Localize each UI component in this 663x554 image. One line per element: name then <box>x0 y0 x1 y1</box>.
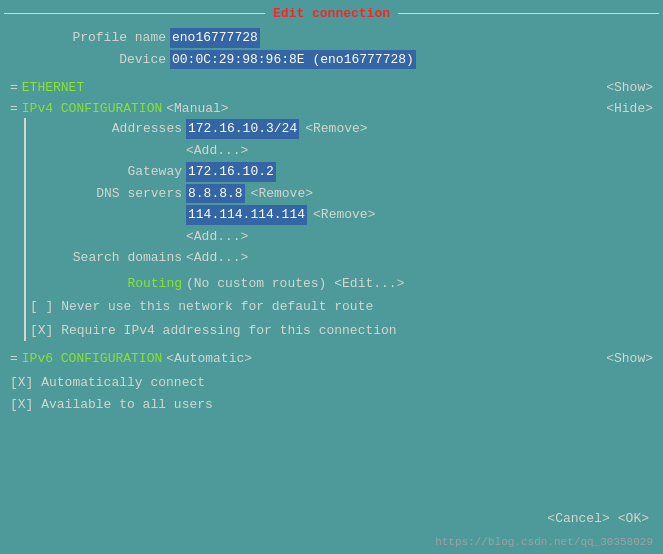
profile-row: Profile name eno16777728 <box>10 27 653 49</box>
window-title: Edit connection <box>269 6 394 21</box>
profile-label: Profile name <box>10 28 170 48</box>
ipv6-marker: = <box>10 351 18 366</box>
profile-value[interactable]: eno16777728 <box>170 28 260 48</box>
auto-connect-row[interactable]: [X] Automatically connect <box>10 372 653 394</box>
addresses-row: Addresses 172.16.10.3/24 <Remove> <box>26 118 653 140</box>
dns1-remove[interactable]: <Remove> <box>251 184 313 204</box>
ipv4-value[interactable]: <Manual> <box>166 101 228 116</box>
device-value[interactable]: 00:0C:29:98:96:8E (eno16777728) <box>170 50 416 70</box>
ipv4-marker: = <box>10 101 18 116</box>
title-line-left <box>4 13 265 14</box>
content-area: Profile name eno16777728 Device 00:0C:29… <box>0 25 663 415</box>
routing-value[interactable]: (No custom routes) <Edit...> <box>186 274 404 294</box>
ipv6-title: IPv6 CONFIGURATION <box>22 351 162 366</box>
dns1-row: DNS servers 8.8.8.8 <Remove> <box>26 183 653 205</box>
gateway-row: Gateway 172.16.10.2 <box>26 161 653 183</box>
device-row: Device 00:0C:29:98:96:8E (eno16777728) <box>10 49 653 71</box>
ipv4-header: = IPv4 CONFIGURATION <Manual> <Hide> <box>10 97 653 118</box>
auto-connect-label: [X] Automatically connect <box>10 373 205 393</box>
ipv4-title: IPv4 CONFIGURATION <box>22 101 162 116</box>
ethernet-section: = ETHERNET <Show> <box>10 76 653 97</box>
gateway-value[interactable]: 172.16.10.2 <box>186 162 276 182</box>
bottom-bar: <Cancel> <OK> <box>547 511 649 526</box>
title-line-right <box>398 13 659 14</box>
address-add[interactable]: <Add...> <box>186 141 248 161</box>
watermark: https://blog.csdn.net/qq_30358029 <box>435 536 653 548</box>
search-row: Search domains <Add...> <box>26 247 653 269</box>
device-label: Device <box>10 50 170 70</box>
dns-add-row: <Add...> <box>26 226 653 248</box>
dns1-value[interactable]: 8.8.8.8 <box>186 184 245 204</box>
checkbox1-row[interactable]: [ ] Never use this network for default r… <box>26 296 653 318</box>
routing-row: Routing (No custom routes) <Edit...> <box>26 273 653 295</box>
ethernet-action[interactable]: <Show> <box>606 80 653 95</box>
checkbox2-label: [X] Require IPv4 addressing for this con… <box>30 321 397 341</box>
address-remove[interactable]: <Remove> <box>305 119 367 139</box>
dns-label: DNS servers <box>26 184 186 204</box>
ethernet-marker: = <box>10 80 18 95</box>
dns2-remove[interactable]: <Remove> <box>313 205 375 225</box>
checkbox2-row[interactable]: [X] Require IPv4 addressing for this con… <box>26 320 653 342</box>
available-users-label: [X] Available to all users <box>10 395 213 415</box>
title-bar: Edit connection <box>0 0 663 25</box>
dns2-value[interactable]: 114.114.114.114 <box>186 205 307 225</box>
routing-label: Routing <box>26 274 186 294</box>
ipv4-action[interactable]: <Hide> <box>606 101 653 116</box>
cancel-button[interactable]: <Cancel> <box>547 511 609 526</box>
ipv4-content-block: Addresses 172.16.10.3/24 <Remove> <Add..… <box>24 118 653 341</box>
ipv6-value[interactable]: <Automatic> <box>166 351 252 366</box>
ok-button[interactable]: <OK> <box>618 511 649 526</box>
addresses-label: Addresses <box>26 119 186 139</box>
checkbox1-label: [ ] Never use this network for default r… <box>30 297 373 317</box>
available-users-row[interactable]: [X] Available to all users <box>10 394 653 416</box>
search-add[interactable]: <Add...> <box>186 248 248 268</box>
address-add-row: <Add...> <box>26 140 653 162</box>
search-label: Search domains <box>26 248 186 268</box>
dns2-row: 114.114.114.114 <Remove> <box>26 204 653 226</box>
ipv6-action[interactable]: <Show> <box>606 351 653 366</box>
ipv4-section: = IPv4 CONFIGURATION <Manual> <Hide> Add… <box>10 97 653 341</box>
address-value[interactable]: 172.16.10.3/24 <box>186 119 299 139</box>
dns-add[interactable]: <Add...> <box>186 227 248 247</box>
ethernet-title: ETHERNET <box>22 80 84 95</box>
ipv6-section: = IPv6 CONFIGURATION <Automatic> <Show> <box>10 347 653 368</box>
gateway-label: Gateway <box>26 162 186 182</box>
main-container: Edit connection Profile name eno16777728… <box>0 0 663 554</box>
